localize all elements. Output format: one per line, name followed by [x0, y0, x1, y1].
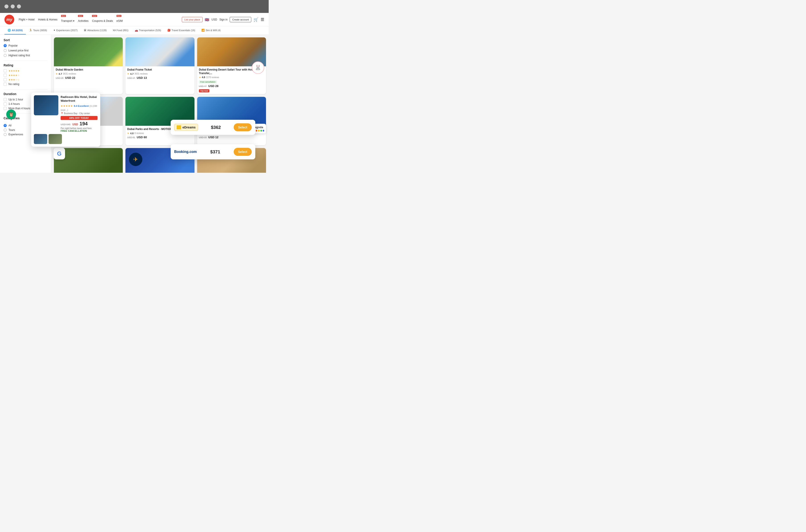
tab-transport-label: Transportation (526) [139, 29, 161, 32]
tab-tours[interactable]: 🏃 Tours (3659) [26, 26, 50, 35]
top-nav: my Flight + Hotel Hotels & Homes New! Tr… [0, 13, 269, 26]
agoda-dot-orange [256, 130, 257, 132]
rating-4star[interactable]: ★★★★☆ [3, 74, 48, 77]
rating-4star-checkbox[interactable] [3, 74, 7, 77]
card-garden-star: ★ [56, 73, 58, 75]
activities-badge: New! [78, 15, 83, 17]
hotel-per-night: Per night before taxes and fees [60, 127, 97, 130]
nav-transport[interactable]: New! Transport ▾ [61, 17, 74, 22]
edreams-select-button[interactable]: Select [234, 123, 252, 131]
tab-attractions-label: Attractions (1128) [87, 29, 107, 32]
rating-5star[interactable]: ★★★★★ [3, 69, 48, 72]
tab-essentials-label: Travel Essentials (16) [171, 29, 195, 32]
main-content: Sort Popular Lowest price first Highest … [0, 35, 269, 173]
cart-icon[interactable]: 🛒 [254, 17, 258, 22]
nav-links: Flight + Hotel Hotels & Homes New! Trans… [19, 17, 177, 22]
nav-flight-hotel[interactable]: Flight + Hotel [19, 18, 35, 21]
card-garden-img [54, 37, 123, 66]
nav-hotels[interactable]: Hotels & Homes [38, 18, 57, 21]
card-motiongate-orig: USD 81 [127, 136, 135, 139]
cat-experiences-radio[interactable] [3, 133, 7, 136]
tab-food[interactable]: 🍽 Food (891) [110, 26, 132, 35]
edreams-popup: eDreams $362 Select [171, 120, 255, 135]
duration-1hr-label: Up to 1 hour [8, 98, 23, 101]
rating-no-checkbox[interactable] [3, 82, 7, 86]
hotel-location-text: Business Bay · City center [64, 112, 90, 115]
duration-1hr-checkbox[interactable] [3, 98, 7, 101]
rating-5star-checkbox[interactable] [3, 69, 7, 72]
booking-select-button[interactable]: Select [234, 148, 252, 156]
card-desert-badge: Free cancellation [199, 80, 217, 83]
hotel-thumb-1 [34, 134, 47, 144]
sort-lowest-radio[interactable] [3, 49, 7, 52]
hotel-stars-row: ★★★★★ 8.4 Excellent (11,038 revie...) [60, 104, 97, 112]
browser-dot-2 [11, 4, 15, 8]
card-garden-rating: ★ 4.7 3631 reviews [56, 73, 121, 75]
tab-transportation[interactable]: 🚗 Transportation (526) [132, 26, 164, 35]
sort-popular[interactable]: Popular [3, 44, 48, 47]
rating-no-rating[interactable]: No rating [3, 82, 48, 86]
tab-food-icon: 🍽 [113, 29, 116, 32]
edreams-price: $362 [211, 125, 221, 130]
coupons-badge: New! [92, 15, 97, 17]
card-atlantis-orig: USD 33 [199, 136, 207, 139]
tab-sim-wifi[interactable]: 📶 Sim & Wifi (4) [198, 26, 224, 35]
card-motiongate-score: 4.8 [130, 132, 133, 135]
tab-all[interactable]: 🌐 All (6255) [4, 26, 26, 35]
card-garden-curr: USD 22 [65, 76, 75, 79]
google-icon[interactable]: G [53, 148, 65, 159]
hotel-stars: ★★★★★ [60, 104, 73, 108]
tab-experiences[interactable]: ✦ Experiences (2027) [50, 26, 81, 35]
flag-icon[interactable]: 🇬🇧 [205, 18, 209, 22]
agoda-dot-yellow [258, 130, 259, 132]
hotel-pricing: USD 545 USD 194 [60, 121, 97, 127]
sort-lowest-price[interactable]: Lowest price first [3, 49, 48, 52]
site-logo[interactable]: my [4, 15, 14, 24]
browser-chrome [0, 0, 269, 13]
hotel-location: 📍 Business Bay · City center [60, 112, 97, 115]
currency-selector[interactable]: USD [212, 18, 217, 21]
cat-all-radio[interactable] [3, 124, 7, 127]
agoda-dot-green [260, 130, 262, 132]
sort-highest-radio[interactable] [3, 54, 7, 57]
list-place-button[interactable]: List your place [182, 17, 202, 22]
menu-icon[interactable]: ☰ [261, 17, 264, 22]
card-frame-title: Dubai Frame Ticket [127, 68, 193, 72]
tab-sim-icon: 📶 [201, 29, 205, 32]
tab-attractions-icon: 🏛 [84, 29, 87, 32]
sign-in-link[interactable]: Sign in [219, 18, 228, 21]
sort-popular-radio[interactable] [3, 44, 7, 47]
card-frame[interactable]: Dubai Frame Ticket ★ 4.7 3631 reviews US… [125, 37, 194, 94]
card-desert-top-badge: Top tour [199, 89, 209, 92]
card-garden-reviews: 3631 reviews [63, 73, 76, 75]
tab-travel-essentials[interactable]: 🎒 Travel Essentials (16) [164, 26, 198, 35]
nav-activities[interactable]: New! Activities [78, 17, 88, 22]
duration-4hr-checkbox[interactable] [3, 102, 7, 106]
agoda-dot-blue [263, 130, 264, 132]
card-frame-rating: ★ 4.7 3631 reviews [127, 73, 193, 75]
site-wrapper: my Flight + Hotel Hotels & Homes New! Tr… [0, 13, 269, 173]
tripadvisor-icon[interactable]: 🦉 [6, 110, 16, 119]
sort-highest-rating[interactable]: Highest rating first [3, 54, 48, 57]
rating-3star-checkbox[interactable] [3, 78, 7, 81]
hotel-main-image [34, 95, 58, 115]
card-desert-curr: USD 28 [208, 84, 219, 88]
tab-food-label: Food (891) [116, 29, 129, 32]
cat-all-left: All [3, 124, 11, 127]
tab-experiences-label: Experiences (2027) [56, 29, 77, 32]
cat-all-label: All [8, 124, 11, 127]
rating-3star[interactable]: ★★★☆☆ [3, 78, 48, 81]
tab-all-label: All (6255) [12, 29, 23, 32]
nav-coupons[interactable]: New! Coupons & Deals [92, 17, 113, 22]
duration-more-checkbox[interactable] [3, 107, 7, 110]
cat-tours-label: Tours [8, 129, 15, 132]
create-account-button[interactable]: Create account [230, 17, 251, 22]
cat-tours-radio[interactable] [3, 129, 7, 132]
card-garden[interactable]: Dubai Miracle Garden ★ 4.7 3631 reviews … [54, 37, 123, 94]
card-garden-price: USD 26 USD 22 [56, 76, 121, 79]
rabbit-icon[interactable]: 🐰 [252, 61, 264, 74]
sort-highest-label: Highest rating first [8, 54, 30, 57]
nav-esim[interactable]: New! eSIM [116, 17, 123, 22]
sort-popular-label: Popular [8, 44, 18, 47]
tab-attractions[interactable]: 🏛 Attractions (1128) [81, 26, 110, 35]
